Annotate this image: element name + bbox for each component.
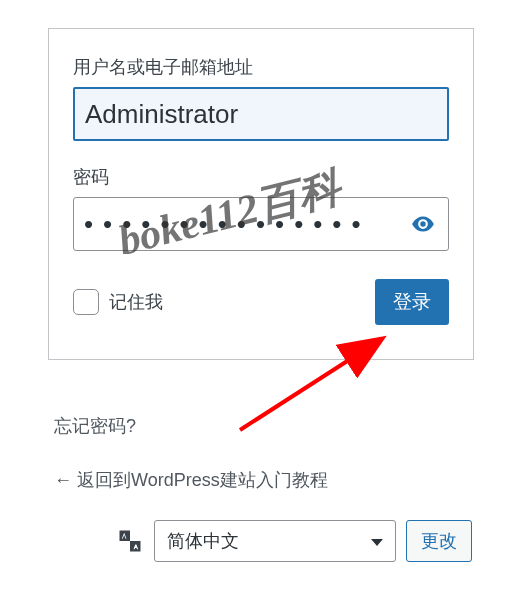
remember-me[interactable]: 记住我	[73, 289, 163, 315]
login-button[interactable]: 登录	[375, 279, 449, 325]
username-label: 用户名或电子邮箱地址	[73, 55, 449, 79]
lost-password-link[interactable]: 忘记密码?	[54, 416, 136, 436]
back-to-site-link[interactable]: ← 返回到WordPress建站入门教程	[54, 468, 474, 492]
language-select[interactable]: 简体中文	[154, 520, 396, 562]
remember-label: 记住我	[109, 290, 163, 314]
password-wrap	[73, 197, 449, 251]
login-form: 用户名或电子邮箱地址 密码 记住我 登录	[48, 28, 474, 360]
password-label: 密码	[73, 165, 449, 189]
language-selected: 简体中文	[167, 529, 239, 553]
eye-icon	[410, 211, 436, 237]
translate-icon	[116, 527, 144, 555]
username-input[interactable]	[73, 87, 449, 141]
password-input[interactable]	[73, 197, 449, 251]
change-language-button[interactable]: 更改	[406, 520, 472, 562]
remember-checkbox[interactable]	[73, 289, 99, 315]
show-password-button[interactable]	[405, 206, 441, 242]
